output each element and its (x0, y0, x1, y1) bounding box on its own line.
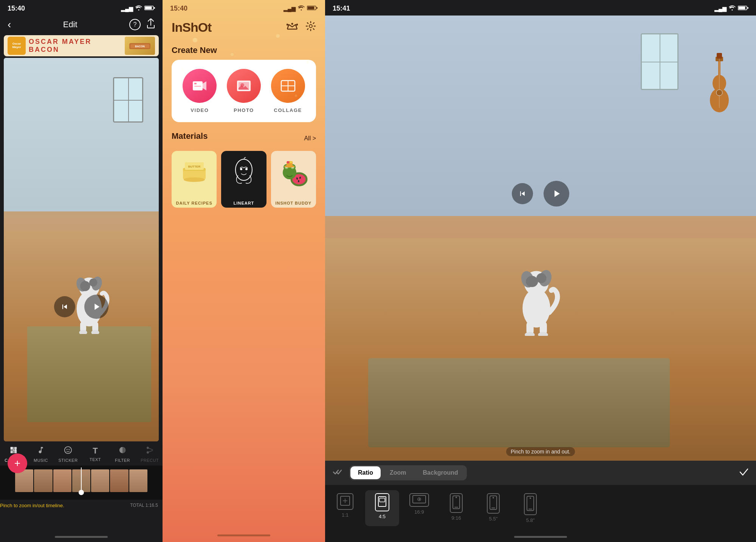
home-bar-p3 (514, 536, 567, 538)
video-preview-p1 (4, 58, 159, 441)
tab-ratio[interactable]: Ratio (350, 466, 381, 479)
svg-rect-101 (491, 508, 495, 508)
frame-3 (53, 469, 71, 492)
home-indicator-p2 (163, 531, 325, 542)
svg-point-10 (80, 281, 90, 291)
home-indicator-p3 (325, 531, 756, 542)
buddy-label: INSHOT BUDDY (271, 199, 316, 208)
svg-point-70 (290, 161, 292, 163)
nav-actions: ? (129, 19, 155, 31)
svg-point-57 (298, 180, 299, 182)
toolbar-filter[interactable]: FILTER (109, 444, 136, 464)
ratio-item-4-5[interactable]: 4:5 (365, 490, 399, 526)
share-button[interactable] (147, 19, 155, 31)
status-bar-p2: 15:40 ▂▄▆ (163, 0, 325, 16)
settings-icon[interactable] (305, 21, 316, 34)
double-check-icon[interactable] (331, 467, 345, 478)
play-button-p1[interactable] (84, 295, 108, 319)
battery-icon-p3 (738, 5, 748, 12)
ratio-icon-1-1 (340, 495, 350, 508)
filter-icon (118, 446, 127, 457)
ratio-item-5-5in[interactable]: 5.5" (476, 490, 510, 526)
confirm-button[interactable] (738, 467, 750, 478)
crown-icon[interactable] (287, 22, 298, 33)
svg-rect-72 (739, 7, 745, 9)
create-collage-circle (271, 69, 305, 103)
material-recipes[interactable]: BUTTER DAILY RECIPES (172, 151, 217, 208)
pinch-hint-area: Pinch to zoom in/out timeline. TOTAL 1:1… (0, 500, 163, 509)
svg-rect-2 (154, 7, 155, 9)
svg-text:BACON: BACON (135, 45, 145, 48)
material-lineart[interactable]: LINEART (221, 151, 266, 208)
svg-point-11 (89, 278, 97, 286)
create-photo-label: PHOTO (234, 107, 254, 113)
svg-point-32 (296, 24, 298, 26)
svg-rect-37 (194, 86, 201, 87)
buddy-image (271, 151, 316, 193)
all-materials-button[interactable]: All > (304, 135, 316, 142)
rewind-button-p1[interactable] (54, 296, 75, 317)
frame-6 (110, 469, 128, 492)
ad-banner[interactable]: OscarMayer OSCAR MAYER BACON BACON (4, 35, 159, 56)
signal-icon-p3: ▂▄▆ (714, 6, 727, 12)
ratio-item-16-9[interactable]: 16:9 (402, 490, 436, 526)
svg-rect-36 (194, 83, 197, 84)
add-button-p1[interactable]: + (8, 453, 27, 473)
svg-text:BUTTER: BUTTER (188, 165, 200, 168)
ratio-name-9-16: 9:16 (451, 515, 461, 521)
help-button[interactable]: ? (129, 19, 141, 30)
create-photo-item[interactable]: PHOTO (227, 69, 261, 113)
home-indicator-p1 (0, 531, 163, 542)
ratio-item-1-1[interactable]: 1:1 (328, 490, 362, 526)
svg-rect-104 (528, 509, 532, 509)
text-label: TEXT (90, 457, 101, 462)
svg-point-97 (455, 497, 457, 498)
material-buddy[interactable]: INSHOT BUDDY (271, 151, 316, 208)
pinch-hint-p1: Pinch to zoom in/out timeline. (0, 501, 64, 510)
tab-zoom[interactable]: Zoom (382, 466, 414, 479)
svg-rect-30 (316, 7, 318, 9)
panel-edit: 15:40 ▂▄▆ ‹ Edit ? (0, 0, 163, 542)
oscar-logo: OscarMayer (8, 37, 26, 55)
app-logo: InShOt (172, 20, 211, 35)
play-button-p3[interactable] (544, 181, 569, 207)
ratio-item-5-8in[interactable]: 5.8" (513, 490, 547, 526)
toolbar-text[interactable]: T TEXT (82, 444, 109, 464)
plus-icon: + (14, 458, 20, 469)
ratio-name-16-9: 16:9 (414, 509, 424, 515)
video-controls-p3 (512, 181, 569, 207)
ratio-box-4-5 (375, 493, 389, 511)
nav-bar-p1: ‹ Edit ? (0, 16, 163, 35)
signal-icon-p2: ▂▄▆ (284, 6, 296, 12)
create-video-item[interactable]: VIDEO (183, 69, 217, 113)
tab-background[interactable]: Background (415, 466, 466, 479)
status-bar-p1: 15:40 ▂▄▆ (0, 0, 163, 16)
create-photo-circle (227, 69, 261, 103)
toolbar-sticker[interactable]: STICKER (54, 444, 82, 464)
svg-point-51 (245, 168, 248, 170)
create-collage-item[interactable]: COLLAGE (271, 69, 305, 113)
ratio-box-1-1 (337, 493, 353, 510)
svg-rect-73 (747, 7, 748, 9)
toolbar-music[interactable]: MUSIC (27, 444, 54, 464)
materials-section: Materials All > BUTTER DAILY RECIPES (163, 125, 325, 211)
home-bar-p2 (217, 534, 270, 536)
ratio-item-9-16[interactable]: 9:16 (439, 490, 473, 526)
materials-header: Materials All > (172, 131, 316, 146)
toolbar-precut[interactable]: PRECUT (136, 444, 163, 464)
svg-point-86 (536, 273, 546, 283)
frame-5 (91, 469, 109, 492)
precut-label: PRECUT (141, 458, 159, 463)
frame-2 (34, 469, 52, 492)
svg-rect-98 (454, 507, 458, 508)
back-button[interactable]: ‹ (8, 19, 11, 31)
ratio-icon-9-16 (452, 495, 460, 511)
ratio-icon-16-9 (412, 495, 426, 505)
sticker-icon (64, 446, 72, 457)
logo-text: InShOt (172, 20, 211, 34)
video-bg-p1 (4, 58, 159, 441)
header-icons-p2 (287, 21, 316, 34)
timeline-dot (79, 490, 84, 495)
rewind-button-p3[interactable] (512, 183, 533, 204)
timeline-p1[interactable] (0, 466, 163, 500)
